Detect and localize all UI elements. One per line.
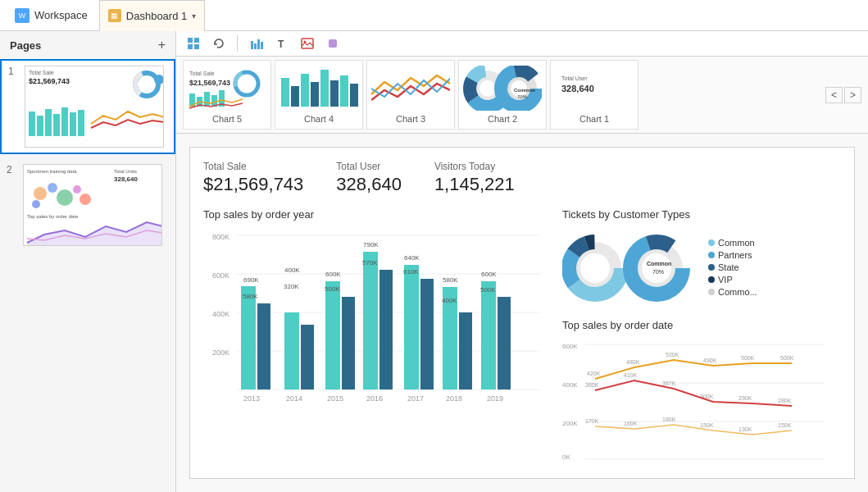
total-sale-stat: Total Sale $21,569,743 (203, 161, 303, 195)
page-1-item[interactable]: 1 Total Sale $21,569,743 (0, 59, 175, 154)
legend-dot-common (708, 239, 715, 246)
svg-text:280K: 280K (778, 398, 792, 403)
svg-point-18 (73, 185, 81, 194)
svg-point-15 (34, 187, 47, 200)
chart-tile-3[interactable]: Chart 3 (366, 60, 455, 130)
chart-2-content: Common 70% (463, 66, 542, 111)
svg-point-20 (32, 200, 40, 208)
svg-rect-44 (281, 78, 289, 107)
svg-rect-50 (340, 75, 348, 107)
play-button[interactable] (183, 34, 204, 52)
svg-rect-75 (241, 286, 256, 390)
svg-text:70%: 70% (517, 94, 528, 99)
tab-dropdown-button[interactable]: ▾ (192, 11, 196, 20)
canvas-inner: Total Sale $21,569,743 Total User 328,64… (189, 147, 855, 479)
chart-3-label: Chart 3 (396, 114, 425, 124)
workspace-icon: W (15, 8, 30, 23)
svg-text:800K: 800K (212, 233, 229, 241)
svg-text:Top sales by order date: Top sales by order date (27, 214, 79, 219)
legend-dot-commo (708, 289, 715, 295)
svg-text:T: T (278, 39, 284, 49)
svg-rect-32 (302, 39, 313, 48)
chart-3-content (371, 66, 450, 111)
svg-text:420K: 420K (587, 371, 601, 376)
right-content: T Total Sale $21,569,743 (176, 31, 868, 492)
chart-tile-5[interactable]: Total Sale $21,569,743 Chart 5 (183, 60, 271, 130)
svg-text:328,640: 328,640 (114, 175, 138, 183)
svg-rect-46 (301, 74, 309, 107)
legend-label-commo: Commo... (718, 287, 757, 297)
svg-rect-47 (311, 82, 319, 107)
strip-next-button[interactable]: > (844, 87, 861, 103)
chart-tile-4[interactable]: Chart 4 (275, 60, 363, 130)
svg-rect-29 (257, 39, 260, 49)
svg-text:400K: 400K (562, 381, 578, 389)
page-2-item[interactable]: 2 Sportmen training data Total Units 328… (0, 159, 175, 251)
svg-text:600K: 600K (562, 343, 578, 350)
svg-text:200K: 200K (562, 420, 578, 427)
chart-tile-2[interactable]: Common 70% Chart 2 (458, 60, 547, 130)
legend-common: Common (708, 238, 757, 248)
chart-2-label: Chart 2 (488, 114, 517, 124)
svg-point-17 (57, 189, 73, 206)
donut-legend: Common Partners State (708, 238, 757, 299)
legend-vip: VIP (708, 275, 757, 285)
add-page-button[interactable]: + (158, 38, 166, 52)
visitors-value: 1,145,221 (434, 174, 515, 195)
svg-text:610K: 610K (403, 268, 419, 276)
shape-button[interactable] (323, 35, 343, 52)
chart-5-content: Total Sale $21,569,743 (188, 66, 266, 111)
svg-rect-91 (404, 265, 419, 390)
svg-rect-83 (325, 281, 340, 390)
svg-rect-26 (194, 44, 199, 49)
chart-1-content: Total User 328,640 (555, 66, 634, 111)
svg-rect-99 (481, 281, 496, 390)
svg-rect-10 (70, 112, 76, 136)
svg-text:0K: 0K (562, 453, 570, 461)
svg-text:130K: 130K (738, 426, 752, 432)
svg-text:600K: 600K (212, 271, 229, 280)
svg-rect-89 (379, 270, 393, 390)
svg-rect-9 (61, 107, 68, 136)
svg-text:580K: 580K (243, 293, 258, 300)
chart-tile-1[interactable]: Total User 328,640 Chart 1 (550, 60, 639, 130)
pages-title: Pages (10, 39, 41, 52)
chart-1-label: Chart 1 (579, 114, 609, 124)
svg-rect-79 (284, 312, 299, 390)
charts-strip: Total Sale $21,569,743 Chart 5 (176, 57, 868, 134)
svg-text:320K: 320K (284, 283, 299, 290)
legend-dot-vip (708, 276, 715, 283)
svg-rect-97 (459, 312, 472, 390)
svg-rect-24 (194, 38, 199, 43)
svg-point-4 (154, 75, 164, 84)
svg-text:170K: 170K (585, 418, 599, 424)
svg-text:400K: 400K (212, 310, 229, 318)
svg-rect-27 (251, 41, 253, 49)
svg-text:790K: 790K (363, 241, 379, 248)
sidebar: Pages + 1 Total Sale $21,569,743 (0, 31, 176, 492)
svg-text:70%: 70% (652, 269, 664, 275)
svg-text:2019: 2019 (487, 394, 503, 403)
svg-text:600K: 600K (325, 271, 341, 278)
svg-text:180K: 180K (662, 417, 676, 422)
svg-text:400K: 400K (442, 297, 457, 304)
tab-label: Dashboard 1 (126, 10, 187, 22)
svg-rect-87 (363, 252, 378, 390)
workspace-button[interactable]: W Workspace (7, 5, 96, 26)
svg-text:Total Sale: Total Sale (29, 70, 54, 75)
svg-text:2016: 2016 (366, 394, 383, 403)
refresh-button[interactable] (209, 35, 229, 52)
svg-point-19 (80, 194, 91, 205)
svg-text:2014: 2014 (286, 394, 302, 403)
page-2-thumbnail: Sportmen training data Total Units 328,6… (23, 164, 162, 246)
svg-rect-30 (261, 42, 263, 49)
svg-rect-45 (291, 86, 299, 107)
svg-text:160K: 160K (624, 421, 638, 426)
svg-rect-48 (320, 70, 329, 107)
text-button[interactable]: T (272, 35, 292, 52)
image-button[interactable] (297, 35, 318, 52)
strip-prev-button[interactable]: < (825, 87, 843, 103)
dashboard-tab[interactable]: ▦ Dashboard 1 ▾ (99, 0, 205, 31)
bar-chart-button[interactable] (246, 35, 267, 52)
workspace-label: Workspace (34, 9, 88, 21)
